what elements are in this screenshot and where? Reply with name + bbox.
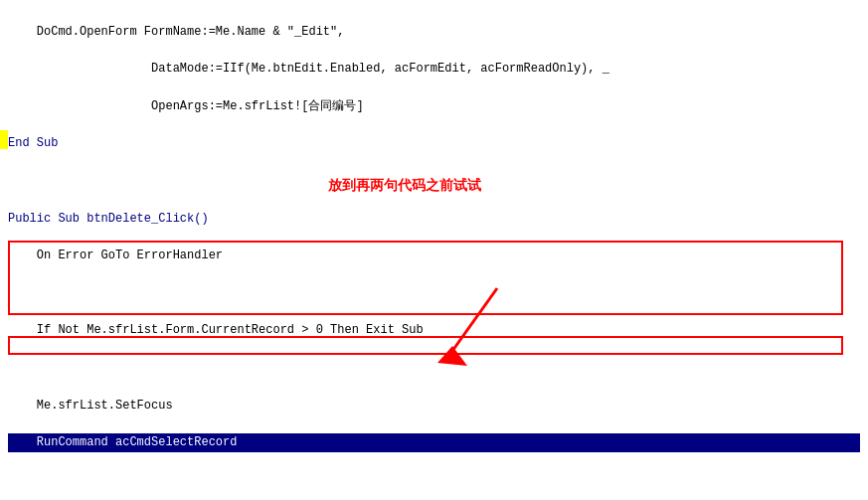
code-content: DoCmd.OpenForm FormName:=Me.Name & "_Edi… — [0, 0, 868, 500]
breakpoint-marker — [0, 130, 8, 149]
code-line: DataMode:=IIf(Me.btnEdit.Enabled, acForm… — [8, 60, 860, 79]
annotation-text: 放到再两句代码之前试试 — [328, 177, 481, 195]
code-line — [8, 471, 860, 490]
code-line: DoCmd.OpenForm FormName:=Me.Name & "_Edi… — [8, 23, 860, 42]
code-line: RunCommand acCmdSelectRecord — [8, 433, 860, 452]
code-line: Me.sfrList.SetFocus — [8, 397, 860, 416]
svg-marker-1 — [437, 346, 467, 366]
code-line: On Error GoTo ErrorHandler — [8, 247, 860, 265]
code-line: OpenArgs:=Me.sfrList![合同编号] — [8, 97, 860, 116]
arrow-indicator — [418, 278, 616, 398]
code-editor: DoCmd.OpenForm FormName:=Me.Name & "_Edi… — [0, 0, 868, 500]
svg-line-0 — [447, 288, 497, 358]
code-line: Public Sub btnDelete_Click() — [8, 210, 860, 229]
code-line: End Sub — [8, 134, 860, 153]
